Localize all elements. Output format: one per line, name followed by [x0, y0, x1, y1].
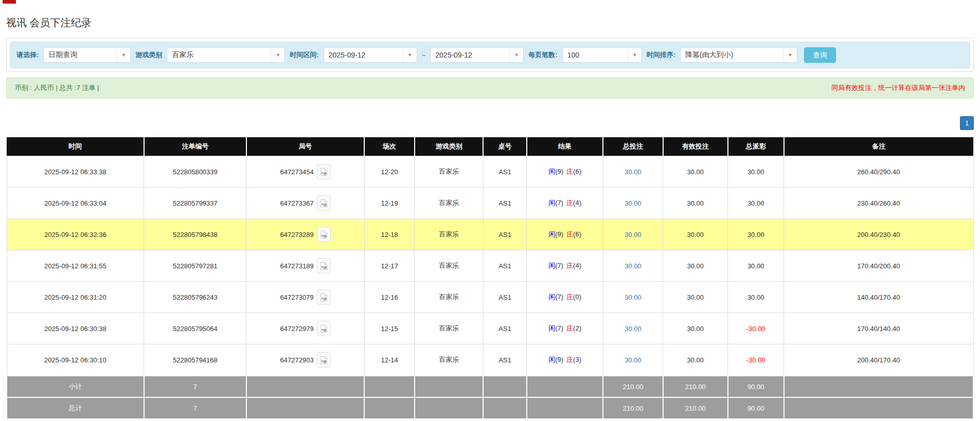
header-remark: 备注: [784, 137, 973, 156]
cell-bet-id: 522805794168: [144, 344, 246, 376]
cell-total-bet: 30.00: [603, 156, 663, 188]
valid-bet-notice: 同局有效投注，统一计算在该局第一张注单内: [831, 83, 965, 93]
table-row: 2025-09-12 06:30:10 522805794168 6472729…: [7, 344, 973, 376]
cell-remark: 140.40/170.40: [784, 282, 973, 313]
cell-round-id: 647273367: [246, 188, 364, 219]
subtotal-row: 小计 7 210.00 210.00 90.00: [7, 376, 973, 397]
result-player: 闲: [548, 199, 555, 207]
cell-session: 12-17: [364, 250, 415, 282]
total-bet-link[interactable]: 30.00: [625, 325, 642, 333]
header-total-bet: 总投注: [603, 137, 663, 156]
chevron-down-icon[interactable]: ▼: [271, 48, 284, 62]
cell-session: 12-19: [364, 188, 415, 219]
video-replay-button[interactable]: [317, 321, 331, 336]
cell-time: 2025-09-12 06:33:04: [7, 188, 144, 219]
total-bet-link[interactable]: 30.00: [625, 294, 642, 301]
result-player: 闲: [548, 324, 555, 332]
table-row: 2025-09-12 06:31:55 522805797281 6472731…: [7, 250, 973, 282]
cell-table-no: AS1: [483, 344, 527, 376]
cell-table-no: AS1: [483, 188, 527, 219]
bet-records-table: 时间 注单编号 局号 场次 游戏类别 桌号 结果 总投注 有效投注 总派彩 备注…: [6, 137, 974, 419]
time-sort-select[interactable]: 降冪(由大到小) ▼: [680, 47, 797, 63]
page-button-1[interactable]: 1: [960, 116, 974, 130]
subtotal-total-bet: 210.00: [603, 376, 663, 397]
cell-remark: 260.40/290.40: [784, 156, 973, 188]
total-bet-link[interactable]: 30.00: [625, 199, 642, 207]
cell-total-payout: -30.00: [728, 313, 784, 344]
result-banker: 庄: [566, 199, 573, 207]
result-player-score: (7): [555, 293, 563, 301]
cell-session: 12-16: [364, 282, 415, 313]
chevron-down-icon[interactable]: ▼: [116, 48, 130, 62]
game-type-label: 游戏类别: [135, 50, 162, 60]
table-row: 2025-09-12 06:31:20 522805796243 6472730…: [7, 282, 973, 313]
currency-summary-text: 币别 : 人民币 | 总共 :7 注单 |: [15, 83, 99, 93]
video-file-icon: [320, 356, 328, 364]
chevron-down-icon[interactable]: ▼: [403, 48, 417, 62]
cell-game-type: 百家乐: [415, 313, 483, 344]
video-replay-button[interactable]: [317, 289, 331, 305]
cell-result: 闲(9)庄(3): [527, 344, 603, 376]
page-size-select[interactable]: 100 ▼: [562, 47, 642, 63]
video-replay-button[interactable]: [317, 352, 331, 368]
result-player-score: (7): [555, 199, 563, 207]
video-replay-button[interactable]: [317, 164, 331, 179]
summary-bar: 币别 : 人民币 | 总共 :7 注单 | 同局有效投注，统一计算在该局第一张注…: [6, 77, 974, 99]
round-id-value: 647273454: [280, 168, 314, 176]
cell-round-id: 647273454: [246, 156, 364, 188]
cell-game-type: 百家乐: [415, 282, 483, 313]
chevron-down-icon[interactable]: ▼: [509, 48, 523, 62]
video-replay-button[interactable]: [317, 258, 331, 273]
cell-remark: 200.40/170.40: [784, 344, 973, 376]
total-bet-link[interactable]: 30.00: [625, 231, 642, 239]
round-id-value: 647273189: [280, 262, 314, 270]
cell-time: 2025-09-12 06:33:38: [7, 156, 144, 188]
cell-session: 12-14: [364, 344, 415, 376]
cell-result: 闲(7)庄(0): [527, 282, 603, 313]
page-size-value: 100: [563, 48, 628, 62]
cell-session: 12-20: [364, 156, 415, 188]
result-player-score: (7): [555, 324, 563, 332]
result-player: 闲: [548, 356, 555, 363]
total-bet-link[interactable]: 30.00: [625, 262, 642, 270]
table-row: 2025-09-12 06:30:38 522805795064 6472729…: [7, 313, 973, 344]
total-bet-link[interactable]: 30.00: [625, 356, 642, 364]
chevron-down-icon[interactable]: ▼: [783, 48, 797, 62]
round-id-value: 647272979: [280, 325, 314, 333]
query-mode-select[interactable]: 日期查询 ▼: [43, 47, 131, 63]
result-player-score: (7): [555, 262, 563, 269]
cell-bet-id: 522805798438: [144, 219, 246, 250]
video-replay-button[interactable]: [317, 227, 331, 242]
result-player-score: (9): [555, 168, 563, 175]
cell-game-type: 百家乐: [415, 156, 483, 188]
cell-table-no: AS1: [483, 250, 527, 282]
cell-result: 闲(9)庄(6): [527, 219, 603, 250]
header-total-payout: 总派彩: [728, 137, 784, 156]
time-sort-label: 时间排序:: [647, 50, 675, 60]
cell-valid-bet: 30.00: [663, 313, 728, 344]
cell-time: 2025-09-12 06:30:38: [7, 313, 144, 344]
date-to-input[interactable]: 2025-09-12 ▼: [430, 47, 524, 63]
chevron-down-icon[interactable]: ▼: [628, 48, 642, 62]
cell-game-type: 百家乐: [415, 219, 483, 250]
cell-total-payout: 30.00: [728, 250, 784, 282]
cell-result: 闲(7)庄(4): [527, 250, 603, 282]
time-sort-value: 降冪(由大到小): [681, 48, 783, 62]
top-red-indicator: [3, 0, 16, 4]
result-banker: 庄: [566, 262, 573, 269]
video-replay-button[interactable]: [317, 195, 331, 211]
cell-time: 2025-09-12 06:31:20: [7, 282, 144, 313]
total-count: 7: [144, 397, 246, 419]
result-banker: 庄: [566, 356, 573, 363]
video-file-icon: [320, 230, 328, 239]
filter-bar: 请选择: 日期查询 ▼ 游戏类别 百家乐 ▼ 时间区间: 2025-09-12 …: [10, 42, 970, 68]
search-button[interactable]: 查询: [804, 47, 836, 63]
video-file-icon: [320, 168, 328, 176]
header-round-id: 局号: [246, 137, 364, 156]
result-player: 闲: [548, 168, 555, 175]
cell-remark: 230.40/260.40: [784, 188, 973, 219]
total-bet-link[interactable]: 30.00: [625, 168, 642, 176]
game-type-select[interactable]: 百家乐 ▼: [167, 47, 285, 63]
cell-bet-id: 522805797281: [144, 250, 246, 282]
date-from-input[interactable]: 2025-09-12 ▼: [324, 47, 417, 63]
